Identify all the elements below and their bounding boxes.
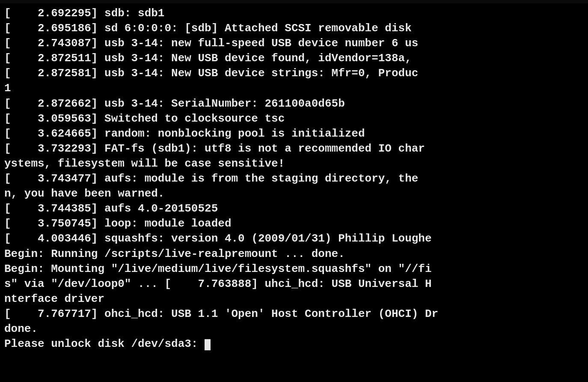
- terminal-line: [ 2.743087] usb 3-14: new full-speed USB…: [4, 36, 584, 51]
- terminal-line: [ 3.743477] aufs: module is from the sta…: [4, 171, 584, 186]
- terminal-window: [ 2.692295] sdb: sdb1[ 2.695186] sd 6:0:…: [0, 3, 588, 382]
- terminal-cursor: [205, 339, 211, 350]
- terminal-line: Please unlock disk /dev/sda3:: [4, 337, 584, 352]
- terminal-line: [ 3.624665] random: nonblocking pool is …: [4, 126, 584, 141]
- terminal-line: [ 2.692295] sdb: sdb1: [4, 6, 584, 21]
- terminal-line: [ 7.767717] ohci_hcd: USB 1.1 'Open' Hos…: [4, 307, 584, 322]
- terminal-line: [ 3.750745] loop: module loaded: [4, 216, 584, 231]
- terminal-line: [ 3.059563] Switched to clocksource tsc: [4, 111, 584, 126]
- terminal-line: ystems, filesystem will be case sensitiv…: [4, 156, 584, 171]
- terminal-line: [ 4.003446] squashfs: version 4.0 (2009/…: [4, 231, 584, 246]
- terminal-line: Begin: Running /scripts/live-realpremoun…: [4, 247, 584, 262]
- terminal-line: done.: [4, 322, 584, 337]
- terminal-line: Begin: Mounting "/live/medium/live/files…: [4, 262, 584, 277]
- terminal-line: [ 2.695186] sd 6:0:0:0: [sdb] Attached S…: [4, 21, 584, 36]
- terminal-line: 1: [4, 81, 584, 96]
- terminal-line: [ 3.744385] aufs 4.0-20150525: [4, 201, 584, 216]
- terminal-line: [ 2.872511] usb 3-14: New USB device fou…: [4, 51, 584, 66]
- terminal-line: [ 3.732293] FAT-fs (sdb1): utf8 is not a…: [4, 141, 584, 156]
- terminal-line: [ 2.872581] usb 3-14: New USB device str…: [4, 66, 584, 81]
- terminal-line: [ 2.872662] usb 3-14: SerialNumber: 2611…: [4, 96, 584, 111]
- terminal-line: n, you have been warned.: [4, 186, 584, 201]
- terminal-output: [ 2.692295] sdb: sdb1[ 2.695186] sd 6:0:…: [4, 6, 584, 352]
- terminal-line: s" via "/dev/loop0" ... [ 7.763888] uhci…: [4, 277, 584, 292]
- terminal-line: nterface driver: [4, 292, 584, 307]
